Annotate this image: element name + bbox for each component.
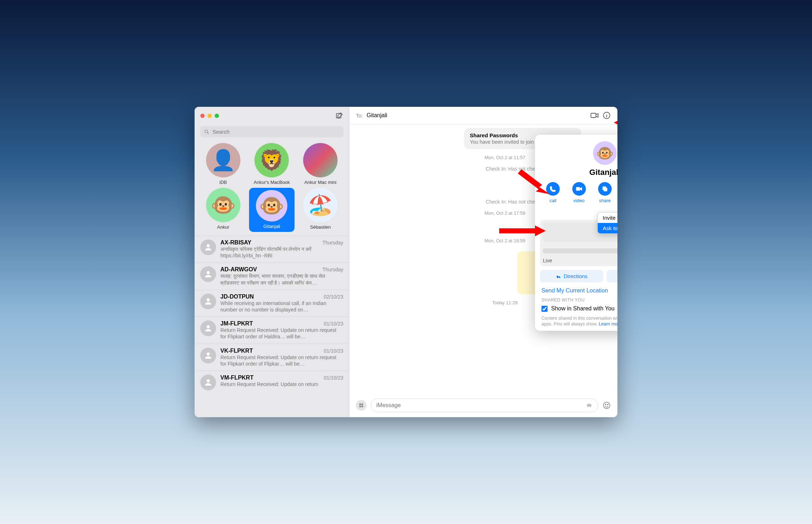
menu-item-ask-share[interactable]: Ask to Share Screen	[598, 223, 617, 233]
conversation-pane: To: Gitanjali Shared Passwords You have …	[349, 107, 617, 417]
conversation-name: AX-RBISAY	[220, 239, 252, 246]
facetime-icon[interactable]	[590, 111, 599, 120]
svg-point-18	[557, 277, 558, 278]
avatar	[200, 266, 216, 282]
close-button[interactable]	[200, 114, 205, 118]
pinned-contact[interactable]: 🦁Ankur's MacBook	[249, 143, 295, 185]
avatar: 🏖️	[303, 188, 338, 222]
pinned-contact[interactable]: 🏖️Sébastien	[297, 188, 343, 232]
compose-bar	[349, 395, 617, 417]
avatar: 🐵	[206, 188, 240, 222]
avatar	[200, 348, 216, 363]
message-field[interactable]	[371, 399, 598, 412]
live-label: Live	[543, 258, 552, 263]
svg-point-1	[205, 130, 208, 133]
svg-marker-20	[614, 117, 617, 128]
action-label: call	[549, 198, 557, 203]
svg-point-12	[607, 404, 608, 405]
share-screen-menu: Invite to Share My Screen Ask to Share S…	[597, 212, 617, 234]
conversation-preview: While receiving an international call, i…	[220, 300, 343, 313]
show-in-shared-checkbox[interactable]	[541, 306, 548, 312]
search-input[interactable]	[212, 129, 340, 135]
conversation-item[interactable]: VM-FLPKRT01/10/23Return Request Received…	[195, 371, 349, 394]
search-bar[interactable]	[200, 126, 343, 137]
svg-marker-22	[499, 225, 546, 236]
svg-rect-8	[591, 113, 596, 118]
checkin-status: Check In: Has not checked	[421, 199, 545, 205]
pinned-label: Ankur	[217, 224, 229, 230]
avatar: 🦁	[254, 143, 289, 177]
traffic-lights	[200, 114, 219, 118]
compose-icon[interactable]	[335, 112, 343, 120]
search-icon	[204, 129, 210, 135]
share-location-button[interactable]: Share Location	[607, 270, 617, 282]
svg-point-7	[207, 379, 210, 382]
sidebar: 👤iDB 🦁Ankur's MacBook Ankur Mac mini 🐵An…	[195, 107, 349, 417]
avatar	[303, 143, 338, 177]
conversation-name: VK-FLPKRT	[220, 348, 253, 354]
avatar: 👤	[206, 143, 240, 177]
message-input[interactable]	[376, 402, 586, 409]
pinned-label: Gitanjali	[263, 224, 280, 229]
conversation-preview: Return Request Received: Update on retur…	[220, 381, 343, 387]
send-current-location[interactable]: Send My Current Location	[541, 287, 617, 294]
svg-point-10	[603, 402, 610, 409]
menu-item-invite-share[interactable]: Invite to Share My Screen	[598, 213, 617, 223]
svg-rect-15	[604, 188, 607, 191]
conversation-item[interactable]: JM-FLPKRT01/10/23Return Request Received…	[195, 316, 349, 343]
conversation-preview: सलाह: दूरसंचार विभाग, भारत सरकार, एनडीएम…	[220, 273, 343, 286]
shared-with-you-header: SHARED WITH YOU	[541, 297, 617, 303]
pinned-label: Sébastien	[310, 224, 331, 230]
pinned-grid: 👤iDB 🦁Ankur's MacBook Ankur Mac mini 🐵An…	[195, 142, 349, 235]
pinned-contact[interactable]: 🐵Ankur	[200, 188, 246, 232]
pinned-label: iDB	[219, 180, 227, 185]
conversation-date: Thursday	[323, 267, 343, 272]
contact-name: Gitanjali	[540, 168, 617, 177]
conversation-name: AD-ARWGOV	[220, 266, 257, 273]
learn-more-link[interactable]: Learn more	[599, 321, 617, 327]
emoji-picker-icon[interactable]	[602, 401, 611, 410]
action-label: share	[599, 198, 611, 203]
conversation-preview: Return Request Received: Update on retur…	[220, 327, 343, 340]
contact-actions: call video share mail info	[540, 182, 617, 203]
pinned-contact[interactable]: 👤iDB	[200, 143, 246, 185]
show-in-shared-toggle[interactable]: Show in Shared with You	[541, 305, 617, 312]
conversation-name: JD-DOTPUN	[220, 294, 254, 300]
conversation-date: 01/10/23	[324, 348, 344, 354]
svg-point-5	[207, 325, 210, 328]
action-label: video	[573, 198, 584, 203]
apps-button[interactable]	[356, 400, 367, 411]
conversation-item[interactable]: JD-DOTPUN02/10/23While receiving an inte…	[195, 290, 349, 316]
fullscreen-button[interactable]	[215, 114, 219, 118]
conversation-preview: Return Request Received: Update on retur…	[220, 354, 343, 367]
avatar	[200, 294, 216, 309]
conversation-item[interactable]: AD-ARWGOVThursdayसलाह: दूरसंचार विभाग, भ…	[195, 262, 349, 289]
svg-point-4	[207, 298, 210, 301]
titlebar	[195, 107, 349, 125]
conversation-list[interactable]: AX-RBISAYThursdayअनाधिकृत फोरेक्स ट्रेडि…	[195, 235, 349, 417]
conversation-item[interactable]: AX-RBISAYThursdayअनाधिकृत फोरेक्स ट्रेडि…	[195, 235, 349, 262]
avatar	[200, 320, 216, 336]
pinned-label: Ankur Mac mini	[304, 180, 336, 185]
directions-button[interactable]: Directions	[540, 270, 603, 282]
svg-point-19	[559, 277, 560, 278]
share-action[interactable]: share	[598, 182, 612, 203]
video-action[interactable]: video	[572, 182, 586, 203]
svg-point-11	[605, 404, 606, 405]
svg-point-3	[207, 271, 210, 275]
conversation-header: To: Gitanjali	[349, 107, 617, 124]
conversation-name: VM-FLPKRT	[220, 375, 253, 381]
svg-point-6	[207, 352, 210, 356]
annotation-arrow	[614, 115, 617, 130]
annotation-arrow	[499, 224, 546, 238]
audio-message-icon[interactable]	[586, 402, 593, 409]
conversation-name: JM-FLPKRT	[220, 320, 253, 327]
info-icon[interactable]	[602, 111, 611, 120]
pinned-label: Ankur's MacBook	[254, 180, 290, 185]
pinned-contact[interactable]: Ankur Mac mini	[297, 143, 343, 185]
conversation-item[interactable]: VK-FLPKRT01/10/23Return Request Received…	[195, 344, 349, 371]
minimize-button[interactable]	[207, 114, 212, 118]
pinned-contact-selected[interactable]: 🐵Gitanjali	[249, 188, 295, 232]
messages-window: 👤iDB 🦁Ankur's MacBook Ankur Mac mini 🐵An…	[195, 107, 617, 417]
svg-marker-21	[518, 169, 550, 194]
